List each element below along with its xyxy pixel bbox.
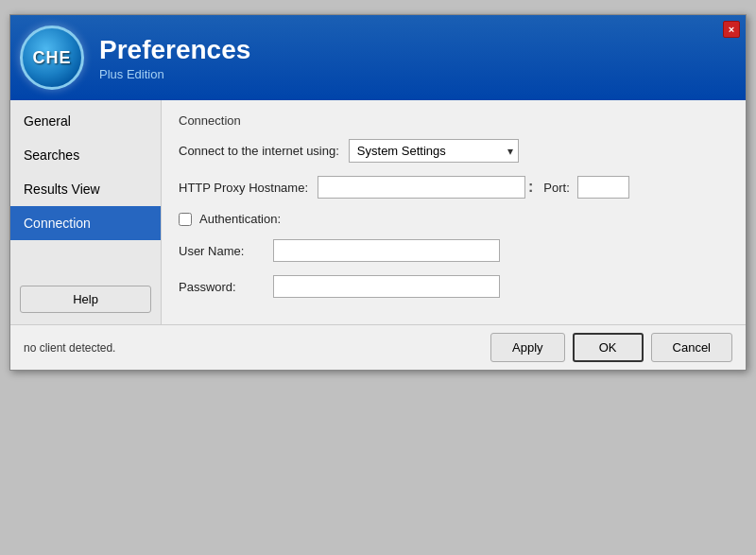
sidebar-item-results-view[interactable]: Results View bbox=[10, 172, 161, 206]
sidebar-bottom: Help bbox=[10, 276, 161, 324]
username-input[interactable] bbox=[273, 239, 500, 262]
help-button[interactable]: Help bbox=[20, 286, 151, 313]
sidebar-label-general: General bbox=[24, 113, 71, 129]
section-title: Connection bbox=[179, 113, 729, 128]
colon-separator: : bbox=[528, 179, 533, 196]
cancel-button[interactable]: Cancel bbox=[651, 333, 732, 362]
password-input[interactable] bbox=[273, 275, 500, 298]
connect-label: Connect to the internet using: bbox=[179, 144, 339, 158]
window-footer: no client detected. Apply OK Cancel bbox=[10, 324, 746, 370]
password-row: Password: bbox=[179, 275, 729, 298]
ok-button[interactable]: OK bbox=[573, 333, 644, 362]
apply-button[interactable]: Apply bbox=[490, 333, 565, 362]
sidebar: General Searches Results View Connection… bbox=[10, 100, 162, 324]
window-subtitle: Plus Edition bbox=[99, 67, 250, 81]
auth-checkbox[interactable] bbox=[179, 213, 192, 226]
preferences-window: CHE Preferences Plus Edition × General S… bbox=[9, 14, 747, 371]
connect-row: Connect to the internet using: System Se… bbox=[179, 139, 729, 163]
sidebar-label-connection: Connection bbox=[24, 216, 91, 231]
sidebar-label-results-view: Results View bbox=[24, 182, 100, 197]
logo-text: CHE bbox=[32, 48, 71, 68]
close-button[interactable]: × bbox=[723, 21, 740, 38]
sidebar-label-searches: Searches bbox=[24, 147, 79, 163]
app-logo: CHE bbox=[20, 26, 84, 90]
port-input[interactable] bbox=[577, 176, 629, 199]
proxy-hostname-label: HTTP Proxy Hostname: bbox=[179, 181, 308, 195]
username-row: User Name: bbox=[179, 239, 729, 262]
title-bar: CHE Preferences Plus Edition × bbox=[10, 15, 746, 100]
title-text-block: Preferences Plus Edition bbox=[99, 34, 250, 82]
port-label: Port: bbox=[543, 181, 569, 195]
footer-buttons: Apply OK Cancel bbox=[490, 333, 732, 362]
sidebar-item-connection[interactable]: Connection bbox=[10, 206, 161, 240]
window-body: General Searches Results View Connection… bbox=[10, 100, 746, 324]
main-content: Connection Connect to the internet using… bbox=[162, 100, 746, 324]
sidebar-item-searches[interactable]: Searches bbox=[10, 138, 161, 172]
proxy-row: HTTP Proxy Hostname: : Port: bbox=[179, 176, 729, 199]
password-label: Password: bbox=[179, 280, 273, 294]
username-label: User Name: bbox=[179, 244, 273, 258]
sidebar-item-general[interactable]: General bbox=[10, 104, 161, 138]
connect-select[interactable]: System Settings Direct Connection Manual… bbox=[349, 139, 519, 163]
window-title: Preferences bbox=[99, 34, 250, 66]
auth-label: Authentication: bbox=[199, 212, 281, 226]
auth-row: Authentication: bbox=[179, 212, 729, 226]
proxy-hostname-input[interactable] bbox=[318, 176, 525, 199]
status-text: no client detected. bbox=[24, 341, 115, 355]
connect-select-wrapper: System Settings Direct Connection Manual… bbox=[349, 139, 519, 163]
